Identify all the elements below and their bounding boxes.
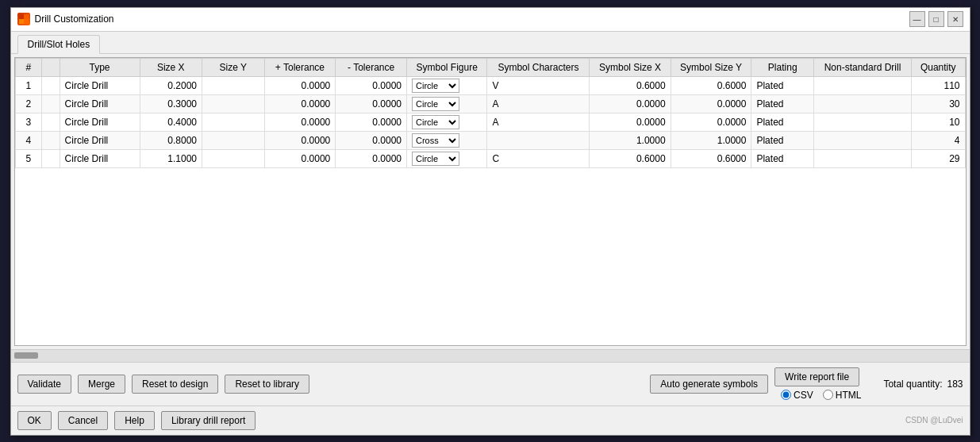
cancel-button[interactable]: Cancel xyxy=(58,411,108,430)
cell-nonstandard xyxy=(813,149,911,167)
csv-radio[interactable] xyxy=(781,390,791,400)
cell-plus-tol: 0.0000 xyxy=(264,94,336,113)
cell-symbol-sizey: 0.6000 xyxy=(671,76,751,94)
col-header-sizey: Size Y xyxy=(202,58,265,76)
html-radio-item[interactable]: HTML xyxy=(823,390,862,401)
symbol-figure-select[interactable]: CircleCrossSquareTriangleDiamond xyxy=(412,133,459,148)
cell-symbol-figure[interactable]: CircleCrossSquareTriangleDiamond xyxy=(407,113,487,131)
cell-num: 4 xyxy=(15,131,42,149)
col-header-num: # xyxy=(15,58,42,76)
cell-num: 5 xyxy=(15,149,42,167)
maximize-button[interactable]: □ xyxy=(928,11,944,27)
cell-sizex: 0.3000 xyxy=(140,94,202,113)
table-row[interactable]: 3 Circle Drill 0.4000 0.0000 0.0000 Circ… xyxy=(15,113,965,131)
cell-symbol-sizex: 0.0000 xyxy=(590,94,671,113)
validate-button[interactable]: Validate xyxy=(17,375,71,394)
cell-sizey xyxy=(202,149,265,167)
report-format-group: CSV HTML xyxy=(781,390,861,401)
cell-sizey xyxy=(202,113,265,131)
csv-label: CSV xyxy=(794,390,813,401)
cell-num: 3 xyxy=(15,113,42,131)
cell-nonstandard xyxy=(813,131,911,149)
scroll-indicator[interactable] xyxy=(11,349,970,362)
minimize-button[interactable]: — xyxy=(909,11,925,27)
html-radio[interactable] xyxy=(823,390,833,400)
cell-symbol-figure[interactable]: CircleCrossSquareTriangleDiamond xyxy=(407,131,487,149)
cell-plus-tol: 0.0000 xyxy=(264,113,336,131)
cell-plus-tol: 0.0000 xyxy=(264,76,336,94)
col-header-symbol-figure: Symbol Figure xyxy=(407,58,487,76)
total-quantity-area: Total quantity: 183 xyxy=(883,379,963,390)
scroll-thumb[interactable] xyxy=(14,352,38,359)
table-row[interactable]: 2 Circle Drill 0.3000 0.0000 0.0000 Circ… xyxy=(15,94,965,113)
title-bar-left: Drill Customization xyxy=(17,13,114,25)
cell-quantity: 30 xyxy=(912,94,965,113)
cell-symbol-sizex: 0.6000 xyxy=(590,76,671,94)
col-header-plating: Plating xyxy=(751,58,814,76)
cell-quantity: 110 xyxy=(912,76,965,94)
col-header-symbol-chars: Symbol Characters xyxy=(487,58,590,76)
cell-type: Circle Drill xyxy=(60,94,140,113)
cell-symbol-figure[interactable]: CircleCrossSquareTriangleDiamond xyxy=(407,94,487,113)
cell-sizex: 1.1000 xyxy=(140,149,202,167)
table-row[interactable]: 1 Circle Drill 0.2000 0.0000 0.0000 Circ… xyxy=(15,76,965,94)
content-area: # Type Size X Size Y + Tolerance - Toler… xyxy=(11,54,970,435)
cell-type: Circle Drill xyxy=(60,149,140,167)
write-report-file-button[interactable]: Write report file xyxy=(774,367,859,386)
cell-quantity: 10 xyxy=(912,113,965,131)
symbol-figure-select[interactable]: CircleCrossSquareTriangleDiamond xyxy=(412,97,459,111)
cell-sizey xyxy=(202,131,265,149)
cell-symbol-sizey: 1.0000 xyxy=(671,131,751,149)
col-header-plus-tol: + Tolerance xyxy=(264,58,336,76)
close-button[interactable]: ✕ xyxy=(947,11,963,27)
table-row[interactable]: 4 Circle Drill 0.8000 0.0000 0.0000 Circ… xyxy=(15,131,965,149)
reset-to-library-button[interactable]: Reset to library xyxy=(225,375,309,394)
total-label: Total quantity: xyxy=(883,379,942,390)
symbol-figure-select[interactable]: CircleCrossSquareTriangleDiamond xyxy=(412,79,459,93)
cell-sizex: 0.2000 xyxy=(140,76,202,94)
cell-type: Circle Drill xyxy=(60,113,140,131)
tab-bar: Drill/Slot Holes xyxy=(11,32,970,54)
cell-minus-tol: 0.0000 xyxy=(336,149,407,167)
cell-symbol-figure[interactable]: CircleCrossSquareTriangleDiamond xyxy=(407,76,487,94)
cell-symbol-chars: C xyxy=(487,149,590,167)
cell-symbol-sizex: 1.0000 xyxy=(590,131,671,149)
total-value: 183 xyxy=(947,379,963,390)
cell-num: 1 xyxy=(15,76,42,94)
help-button[interactable]: Help xyxy=(114,411,155,430)
bottom-lower-bar: OK Cancel Help Library drill report CSDN… xyxy=(11,405,970,435)
auto-generate-symbols-button[interactable]: Auto generate symbols xyxy=(650,375,768,394)
cell-symbol-chars: A xyxy=(487,113,590,131)
symbol-figure-select[interactable]: CircleCrossSquareTriangleDiamond xyxy=(412,115,459,129)
cell-symbol-chars: V xyxy=(487,76,590,94)
cell-plus-tol: 0.0000 xyxy=(264,131,336,149)
csv-radio-item[interactable]: CSV xyxy=(781,390,813,401)
cell-symbol-sizex: 0.0000 xyxy=(590,113,671,131)
write-report-area: Write report file CSV HTML xyxy=(774,367,861,401)
col-header-nonstandard: Non-standard Drill xyxy=(813,58,911,76)
col-header-sizex: Size X xyxy=(140,58,202,76)
merge-button[interactable]: Merge xyxy=(78,375,125,394)
tab-drill-slot-holes[interactable]: Drill/Slot Holes xyxy=(17,35,101,54)
cell-type: Circle Drill xyxy=(60,76,140,94)
svg-rect-0 xyxy=(19,14,24,19)
cell-num: 2 xyxy=(15,94,42,113)
col-header-col2 xyxy=(42,58,60,76)
library-drill-report-button[interactable]: Library drill report xyxy=(161,411,256,430)
window-title: Drill Customization xyxy=(35,13,114,25)
symbol-figure-select[interactable]: CircleCrossSquareTriangleDiamond xyxy=(412,152,459,166)
cell-sizey xyxy=(202,76,265,94)
cell-plus-tol: 0.0000 xyxy=(264,149,336,167)
html-label: HTML xyxy=(836,390,862,401)
reset-to-design-button[interactable]: Reset to design xyxy=(132,375,218,394)
cell-col2 xyxy=(42,76,60,94)
cell-plating: Plated xyxy=(751,76,814,94)
cell-sizey xyxy=(202,94,265,113)
cell-symbol-chars xyxy=(487,131,590,149)
drill-table-container[interactable]: # Type Size X Size Y + Tolerance - Toler… xyxy=(14,57,967,346)
table-row[interactable]: 5 Circle Drill 1.1000 0.0000 0.0000 Circ… xyxy=(15,149,965,167)
drill-table: # Type Size X Size Y + Tolerance - Toler… xyxy=(15,58,966,168)
ok-button[interactable]: OK xyxy=(17,411,52,430)
cell-symbol-chars: A xyxy=(487,94,590,113)
cell-symbol-figure[interactable]: CircleCrossSquareTriangleDiamond xyxy=(407,149,487,167)
